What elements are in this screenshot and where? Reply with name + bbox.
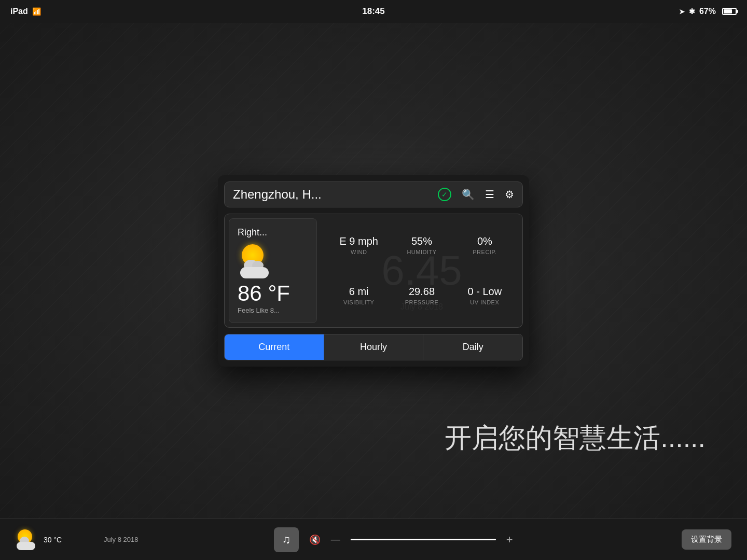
- weather-content: Right... 86 °F Feels Like 8... 6.45: [224, 214, 523, 328]
- pressure-value: 29.68: [392, 286, 451, 298]
- temperature: 86 °F: [238, 283, 290, 304]
- weather-icon: [238, 242, 274, 278]
- cloud-body: [240, 267, 269, 278]
- volume-filled: [351, 539, 460, 540]
- main-slogan: 开启您的智慧生活......: [445, 420, 706, 456]
- bottom-right: 设置背景: [648, 529, 731, 550]
- bottom-temp-info: 30 °C: [44, 536, 62, 544]
- humidity-stat: 55% HUMIDITY: [392, 235, 451, 255]
- wind-label: WIND: [329, 249, 388, 255]
- search-icon[interactable]: 🔍: [462, 188, 475, 201]
- uv-stat: 0 - Low UV INDEX: [455, 286, 514, 305]
- weather-window: Zhengzhou, H... ✓ 🔍 ☰ ⚙ Right...: [218, 175, 529, 367]
- menu-icon[interactable]: ☰: [485, 188, 494, 201]
- bottom-weather-widget: 30 °C: [16, 528, 93, 551]
- bottom-weather-icon: [16, 528, 38, 551]
- volume-separator: —: [331, 534, 340, 545]
- visibility-label: VISIBILITY: [329, 299, 388, 305]
- visibility-stat: 6 mi VISIBILITY: [329, 286, 388, 305]
- precip-value: 0%: [455, 235, 514, 247]
- humidity-value: 55%: [392, 235, 451, 247]
- wifi-icon: 📶: [32, 7, 41, 16]
- uv-value: 0 - Low: [455, 286, 514, 298]
- bottom-date: July 8 2018: [104, 536, 139, 543]
- weather-location: Zhengzhou, H...: [233, 187, 438, 202]
- wind-value: E 9 mph: [329, 235, 388, 247]
- volume-slider[interactable]: [351, 539, 496, 540]
- weather-left-panel: Right... 86 °F Feels Like 8...: [229, 218, 317, 323]
- weather-right-panel: 6.45 July 8 2018 E 9 mph WIND 55% HUMIDI…: [321, 214, 522, 327]
- tab-daily[interactable]: Daily: [423, 334, 522, 360]
- ipad-label: iPad: [10, 7, 28, 16]
- cloud-shape: [238, 262, 271, 278]
- check-icon[interactable]: ✓: [438, 188, 451, 201]
- wind-stat: E 9 mph WIND: [329, 235, 388, 255]
- main-area: 智慧生活体验馆 Zhengzhou, H... ✓ 🔍 ☰ ⚙ Right...: [0, 23, 747, 519]
- bottom-controls: ♫ 🔇 — +: [139, 527, 649, 552]
- volume-mute-icon[interactable]: 🔇: [309, 534, 321, 545]
- condition-label: Right...: [238, 227, 267, 238]
- bluetooth-icon: ✱: [689, 7, 695, 16]
- music-button[interactable]: ♫: [274, 527, 299, 552]
- feels-like: Feels Like 8...: [238, 306, 280, 314]
- status-bar-left: iPad 📶: [10, 7, 41, 16]
- settings-icon[interactable]: ⚙: [505, 188, 514, 201]
- battery-fill: [724, 9, 732, 13]
- current-weather: Right... 86 °F Feels Like 8... 6.45: [225, 214, 522, 327]
- weather-header: Zhengzhou, H... ✓ 🔍 ☰ ⚙: [224, 181, 523, 207]
- location-icon: ➤: [679, 8, 685, 16]
- status-bar-right: ➤ ✱ 67%: [679, 7, 737, 16]
- set-background-button[interactable]: 设置背景: [682, 529, 731, 550]
- battery-icon: [722, 8, 737, 15]
- uv-label: UV INDEX: [455, 299, 514, 305]
- precip-stat: 0% PRECIP.: [455, 235, 514, 255]
- precip-label: PRECIP.: [455, 249, 514, 255]
- pressure-stat: 29.68 PRESSURE: [392, 286, 451, 305]
- tab-hourly[interactable]: Hourly: [324, 334, 424, 360]
- weather-tabs: Current Hourly Daily: [224, 334, 523, 360]
- tab-current[interactable]: Current: [225, 334, 324, 360]
- humidity-label: HUMIDITY: [392, 249, 451, 255]
- header-icons: ✓ 🔍 ☰ ⚙: [438, 188, 514, 201]
- bottom-bar: 30 °C July 8 2018 ♫ 🔇 — + 设置背景: [0, 519, 747, 560]
- bottom-cloud-body: [17, 542, 35, 550]
- status-bar: iPad 📶 18:45 ➤ ✱ 67%: [0, 0, 747, 23]
- status-bar-time: 18:45: [362, 6, 384, 17]
- bottom-temperature: 30 °C: [44, 536, 62, 544]
- visibility-value: 6 mi: [329, 286, 388, 298]
- battery-percent: 67%: [699, 7, 716, 16]
- volume-increase-button[interactable]: +: [506, 533, 513, 547]
- pressure-label: PRESSURE: [392, 299, 451, 305]
